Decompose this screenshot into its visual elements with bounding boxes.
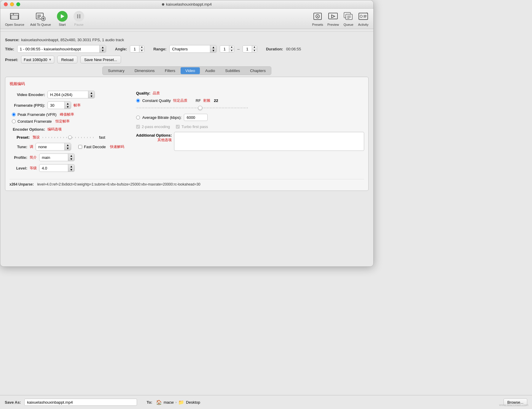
- two-pass-label: 2-pass encoding: [136, 124, 170, 129]
- svg-marker-14: [332, 15, 335, 18]
- toolbar-separator: [0, 31, 373, 32]
- angle-input[interactable]: [130, 46, 139, 52]
- rf-slider[interactable]: [136, 106, 249, 110]
- presets-icon: [312, 11, 323, 22]
- toolbar: Open Source Add To Queue: [0, 9, 373, 29]
- preview-button[interactable]: Preview: [327, 11, 339, 26]
- profile-arrow[interactable]: ▲▼: [68, 154, 74, 161]
- fast-decode-label: Fast Decode: [78, 145, 106, 149]
- reload-button[interactable]: Reload: [57, 56, 77, 63]
- profile-row: Profile: 简介 main ▲▼: [9, 154, 124, 161]
- tab-audio[interactable]: Audio: [200, 67, 220, 74]
- range-start-down[interactable]: ▼: [229, 49, 234, 52]
- framerate-arrow[interactable]: ▲▼: [64, 102, 71, 109]
- range-end-stepper[interactable]: ▲ ▼: [243, 45, 257, 52]
- range-end-buttons[interactable]: ▲ ▼: [252, 46, 257, 52]
- range-type-stepper[interactable]: ▲▼: [210, 45, 216, 52]
- minimize-button[interactable]: [10, 2, 14, 6]
- framerate-radio-group: Peak Framerate (VFR) 峰值帧率 Constant Frame…: [12, 112, 124, 124]
- quality-section: Quality: 品质 Constant Quality 恒定品质 RF 射频 …: [136, 91, 364, 129]
- angle-down-button[interactable]: ▼: [139, 49, 144, 52]
- queue-icon: [343, 11, 354, 22]
- avg-bitrate-input[interactable]: [184, 114, 208, 121]
- range-end-input[interactable]: [243, 46, 252, 52]
- encoder-select[interactable]: H.264 (x264) ▲▼: [47, 91, 95, 98]
- turbo-first-pass-label: Turbo first pass: [176, 124, 208, 129]
- title-stepper[interactable]: ▲▼: [99, 45, 106, 52]
- constant-quality-row: Constant Quality 恒定品质 RF 射频 22: [136, 98, 249, 103]
- add-to-queue-icon: [35, 11, 46, 22]
- peak-framerate-radio[interactable]: [12, 113, 16, 116]
- tabs: Summary Dimensions Filters Video Audio S…: [102, 66, 271, 75]
- open-source-icon: [9, 11, 20, 22]
- profile-select[interactable]: main ▲▼: [39, 154, 75, 161]
- encoding-options-row: 2-pass encoding Turbo first pass: [136, 124, 249, 129]
- tab-subtitles[interactable]: Subtitles: [220, 67, 245, 74]
- tab-dimensions[interactable]: Dimensions: [130, 67, 160, 74]
- avg-bitrate-radio[interactable]: [136, 116, 140, 119]
- range-end-up[interactable]: ▲: [252, 46, 257, 49]
- title-select[interactable]: 1 - 00:06:55 - kaixuelashouxinbappt ▲▼: [17, 45, 106, 53]
- tab-chapters[interactable]: Chapters: [245, 67, 270, 74]
- source-row: Source: kaixuelashouxinbappt, 852x480, 3…: [5, 38, 369, 42]
- video-left-col: Video Encoder: H.264 (x264) ▲▼ Framerate…: [9, 91, 124, 175]
- additional-options-input[interactable]: [174, 132, 364, 151]
- save-new-preset-button[interactable]: Save New Preset...: [80, 56, 121, 63]
- start-icon: [57, 11, 68, 22]
- pause-icon: [74, 11, 84, 22]
- encoder-arrow[interactable]: ▲▼: [88, 91, 95, 98]
- range-start-input[interactable]: [220, 46, 229, 52]
- svg-rect-16: [346, 14, 352, 20]
- additional-options-row: Additional Options: 其他选项: [136, 132, 364, 151]
- angle-stepper[interactable]: ▲ ▼: [130, 45, 144, 52]
- presets-button[interactable]: Presets: [312, 11, 323, 26]
- unparse-row: x264 Unparse: level=4.0:ref=2:8x8dct=0:w…: [9, 179, 364, 186]
- tab-video[interactable]: Video: [181, 67, 200, 74]
- svg-rect-2: [11, 15, 18, 19]
- preset-dropdown[interactable]: Fast 1080p30 ▼: [21, 56, 54, 63]
- activity-button[interactable]: Activity: [358, 11, 369, 26]
- titlebar: kaixuelashouxinbappt.mp4: [0, 0, 373, 9]
- title-row: Title: 1 - 00:06:55 - kaixuelashouxinbap…: [5, 45, 369, 53]
- fast-decode-checkbox[interactable]: [78, 145, 82, 149]
- level-select[interactable]: 4.0 ▲▼: [39, 164, 75, 172]
- level-arrow[interactable]: ▲▼: [68, 164, 74, 172]
- range-type-select[interactable]: Chapters ▲▼: [169, 45, 217, 53]
- angle-up-button[interactable]: ▲: [139, 46, 144, 49]
- constant-quality-radio[interactable]: [136, 99, 140, 103]
- quality-options: Quality: 品质 Constant Quality 恒定品质 RF 射频 …: [136, 91, 249, 129]
- tab-summary[interactable]: Summary: [103, 67, 129, 74]
- framerate-row: Framerate (FPS): 30 ▲▼ 帧率: [9, 101, 124, 109]
- encoder-row: Video Encoder: H.264 (x264) ▲▼: [9, 91, 124, 98]
- range-start-up[interactable]: ▲: [229, 46, 234, 49]
- queue-button[interactable]: Queue: [343, 11, 354, 26]
- preset-slider[interactable]: [43, 135, 96, 140]
- tab-filters[interactable]: Filters: [160, 67, 180, 74]
- angle-stepper-buttons[interactable]: ▲ ▼: [139, 46, 144, 52]
- preset-arrow-icon: ▼: [49, 58, 52, 61]
- peak-framerate-radio-row: Peak Framerate (VFR) 峰值帧率: [12, 112, 124, 117]
- preset-row: Preset: Fast 1080p30 ▼ Reload Save New P…: [5, 56, 369, 63]
- preset-slider-row: Preset: 预设 fast: [12, 135, 124, 140]
- two-pass-checkbox[interactable]: [136, 125, 140, 129]
- add-to-queue-button[interactable]: Add To Queue: [30, 11, 51, 26]
- turbo-first-pass-checkbox[interactable]: [176, 125, 180, 129]
- open-source-button[interactable]: Open Source: [5, 11, 24, 26]
- constant-framerate-radio[interactable]: [12, 119, 16, 123]
- pause-button[interactable]: Pause: [74, 11, 84, 26]
- start-button[interactable]: Start: [57, 11, 68, 26]
- encoder-options-label-row: Encoder Options: 编码选项: [9, 127, 124, 132]
- tune-select[interactable]: none ▲▼: [36, 143, 71, 151]
- activity-icon: [358, 11, 369, 22]
- framerate-select[interactable]: 30 ▲▼: [47, 101, 71, 109]
- tabs-container: Summary Dimensions Filters Video Audio S…: [5, 66, 369, 75]
- range-start-stepper[interactable]: ▲ ▼: [220, 45, 234, 52]
- level-row: Level: 等级 4.0 ▲▼: [9, 164, 124, 172]
- range-end-down[interactable]: ▼: [252, 49, 257, 52]
- maximize-button[interactable]: [16, 2, 20, 6]
- tune-arrow[interactable]: ▲▼: [64, 143, 71, 150]
- toolbar-right: Presets Preview: [312, 11, 369, 26]
- range-separator: –: [237, 47, 240, 51]
- range-start-buttons[interactable]: ▲ ▼: [229, 46, 234, 52]
- close-button[interactable]: [4, 2, 8, 6]
